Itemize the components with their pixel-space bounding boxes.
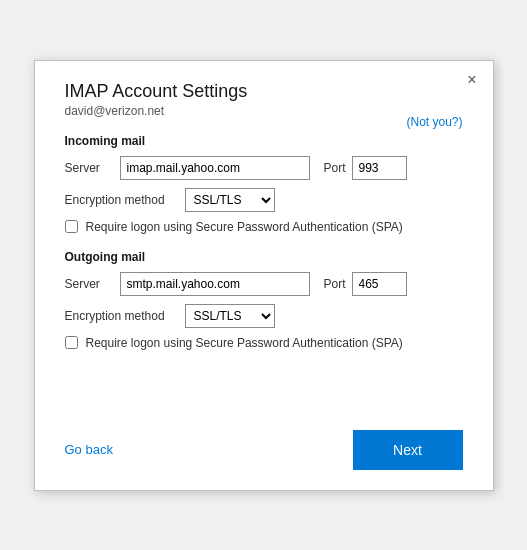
incoming-enc-select[interactable]: SSL/TLS STARTTLS None xyxy=(185,188,275,212)
dialog-title: IMAP Account Settings xyxy=(65,81,463,102)
close-button[interactable]: × xyxy=(461,69,482,91)
outgoing-enc-label: Encryption method xyxy=(65,309,185,323)
incoming-section-title: Incoming mail xyxy=(65,134,463,148)
outgoing-enc-select[interactable]: SSL/TLS STARTTLS None xyxy=(185,304,275,328)
incoming-enc-row: Encryption method SSL/TLS STARTTLS None xyxy=(65,188,463,212)
dialog-email: david@verizon.net xyxy=(65,104,463,118)
go-back-button[interactable]: Go back xyxy=(65,442,113,457)
outgoing-spa-label: Require logon using Secure Password Auth… xyxy=(86,336,403,350)
outgoing-section-title: Outgoing mail xyxy=(65,250,463,264)
outgoing-server-label: Server xyxy=(65,277,120,291)
outgoing-server-row: Server Port xyxy=(65,272,463,296)
outgoing-spa-checkbox[interactable] xyxy=(65,336,78,349)
incoming-port-label: Port xyxy=(324,161,346,175)
outgoing-enc-row: Encryption method SSL/TLS STARTTLS None xyxy=(65,304,463,328)
dialog-footer: Go back Next xyxy=(65,430,463,470)
incoming-spa-checkbox[interactable] xyxy=(65,220,78,233)
incoming-spa-row: Require logon using Secure Password Auth… xyxy=(65,220,463,234)
incoming-server-label: Server xyxy=(65,161,120,175)
next-button[interactable]: Next xyxy=(353,430,463,470)
not-you-link[interactable]: (Not you?) xyxy=(406,115,462,129)
incoming-server-row: Server Port xyxy=(65,156,463,180)
outgoing-port-input[interactable] xyxy=(352,272,407,296)
incoming-enc-label: Encryption method xyxy=(65,193,185,207)
outgoing-port-label: Port xyxy=(324,277,346,291)
imap-settings-dialog: × IMAP Account Settings david@verizon.ne… xyxy=(34,60,494,491)
outgoing-server-input[interactable] xyxy=(120,272,310,296)
outgoing-spa-row: Require logon using Secure Password Auth… xyxy=(65,336,463,350)
incoming-server-input[interactable] xyxy=(120,156,310,180)
incoming-port-input[interactable] xyxy=(352,156,407,180)
incoming-spa-label: Require logon using Secure Password Auth… xyxy=(86,220,403,234)
